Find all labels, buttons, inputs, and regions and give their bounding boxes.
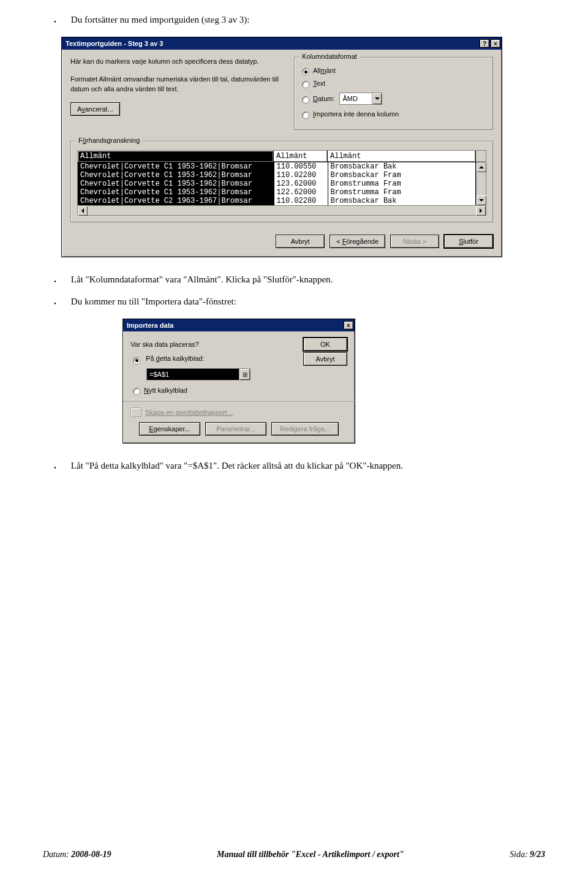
groupbox-legend: Kolumndataformat (300, 53, 360, 60)
radio-icon (302, 81, 309, 88)
bullet-dot: • (54, 15, 56, 28)
table-row: Chevrolet|Corvette C1 1953-1962|Bromsar1… (78, 188, 476, 197)
bullet-text: Du kommer nu till "Importera data"-fönst… (71, 297, 236, 307)
table-row: Chevrolet|Corvette C1 1953-1962|Bromsar1… (78, 171, 476, 180)
cancel-button[interactable]: Avbryt (276, 235, 325, 248)
cell-reference-input[interactable] (146, 368, 239, 380)
close-button[interactable]: × (491, 39, 500, 48)
text-import-wizard-dialog: Textimportguiden - Steg 3 av 3 ? × Här k… (61, 37, 502, 257)
chevron-down-icon[interactable] (372, 93, 382, 104)
radio-general[interactable]: Allmänt (302, 67, 486, 74)
cell-reference-field[interactable]: ⊞ (146, 368, 251, 380)
bullet-text: Låt "På detta kalkylblad" vara "=$A$1". … (71, 461, 403, 471)
radio-icon (302, 111, 309, 119)
bullet-text: Låt "Kolumndataformat" vara "Allmänt". K… (71, 274, 333, 285)
bullet-dot: • (54, 274, 56, 288)
table-row: Chevrolet|Corvette C1 1953-1962|Bromsar1… (78, 162, 476, 171)
import-titlebar[interactable]: Importera data × (123, 319, 355, 331)
table-row: Chevrolet|Corvette C1 1953-1962|Bromsar1… (78, 180, 476, 188)
range-picker-icon[interactable]: ⊞ (239, 368, 251, 380)
import-title: Importera data (127, 322, 173, 329)
wizard-intro-1: Här kan du markera varje kolumn och spec… (70, 57, 288, 66)
scroll-right-icon[interactable] (476, 206, 486, 216)
column-format-groupbox: Kolumndataformat Allmänt Text Datum: (294, 57, 493, 130)
radio-new-sheet[interactable]: Nytt kalkylblad (133, 387, 347, 394)
radio-icon (302, 68, 309, 75)
scroll-down-icon[interactable] (477, 195, 486, 205)
parameters-button: Parametrar... (205, 422, 266, 436)
page-footer: Datum: 2008-08-19 Manual till tillbehör … (0, 850, 588, 860)
preview-groupbox: Förhandsgranskning Allmänt Allmänt Allmä… (70, 141, 493, 222)
radio-text[interactable]: Text (302, 80, 486, 87)
pivot-icon (130, 407, 141, 417)
horizontal-scrollbar[interactable] (78, 205, 486, 215)
table-row: Chevrolet|Corvette C2 1963-1967|Bromsar1… (78, 197, 476, 205)
bullet-item: • Du kommer nu till "Importera data"-fön… (54, 297, 545, 310)
wizard-intro-2: Formatet Allmänt omvandlar numeriska vär… (70, 75, 288, 94)
footer-date: Datum: 2008-08-19 (43, 850, 111, 860)
footer-title: Manual till tillbehör "Excel - Artikelim… (217, 850, 404, 860)
cancel-button[interactable]: Avbryt (303, 352, 347, 366)
import-question: Var ska data placeras? (130, 341, 199, 348)
preview-data: Chevrolet|Corvette C1 1953-1962|Bromsar1… (78, 162, 476, 205)
wizard-titlebar[interactable]: Textimportguiden - Steg 3 av 3 ? × (62, 37, 502, 50)
advanced-button[interactable]: Avancerat... (70, 102, 120, 116)
preview-grid[interactable]: Allmänt Allmänt Allmänt Chevrolet|Corvet… (77, 150, 486, 216)
radio-skip[interactable]: Importera inte denna kolumn (302, 110, 486, 118)
column-header[interactable]: Allmänt (328, 151, 476, 162)
bullet-item: • Låt "På detta kalkylblad" vara "=$A$1"… (54, 461, 545, 474)
close-button[interactable]: × (344, 321, 353, 330)
column-header[interactable]: Allmänt (78, 151, 274, 162)
bullet-item: • Du fortsätter nu med importguiden (ste… (54, 15, 545, 28)
date-format-combo[interactable]: ÅMD (339, 93, 382, 105)
radio-icon (133, 357, 140, 365)
radio-icon (302, 96, 309, 104)
finish-button[interactable]: Slutför (444, 235, 493, 248)
import-data-dialog: Importera data × Var ska data placeras? … (123, 319, 355, 444)
wizard-title: Textimportguiden - Steg 3 av 3 (66, 40, 163, 47)
next-button: Nästa > (390, 235, 439, 248)
footer-page: Sida: 9/23 (510, 850, 545, 860)
column-header[interactable]: Allmänt (274, 151, 328, 162)
bullet-dot: • (54, 461, 56, 474)
ok-button[interactable]: OK (303, 338, 347, 351)
radio-icon (133, 388, 140, 395)
scroll-left-icon[interactable] (78, 206, 88, 216)
bullet-text: Du fortsätter nu med importguiden (steg … (71, 15, 250, 25)
radio-this-sheet[interactable]: På detta kalkylblad: (133, 355, 204, 363)
vertical-scrollbar[interactable] (476, 162, 486, 205)
bullet-dot: • (54, 297, 56, 310)
help-button[interactable]: ? (480, 39, 489, 48)
properties-button[interactable]: Egenskaper... (139, 422, 200, 436)
pivot-link: Skapa en pivottabellrapport... (145, 409, 233, 416)
edit-query-button: Redigera fråga... (271, 422, 339, 436)
bullet-item: • Låt "Kolumndataformat" vara "Allmänt".… (54, 274, 545, 288)
radio-date[interactable]: Datum: ÅMD (302, 93, 486, 105)
scroll-up-icon[interactable] (477, 162, 486, 172)
back-button[interactable]: < Föregående (330, 235, 385, 248)
